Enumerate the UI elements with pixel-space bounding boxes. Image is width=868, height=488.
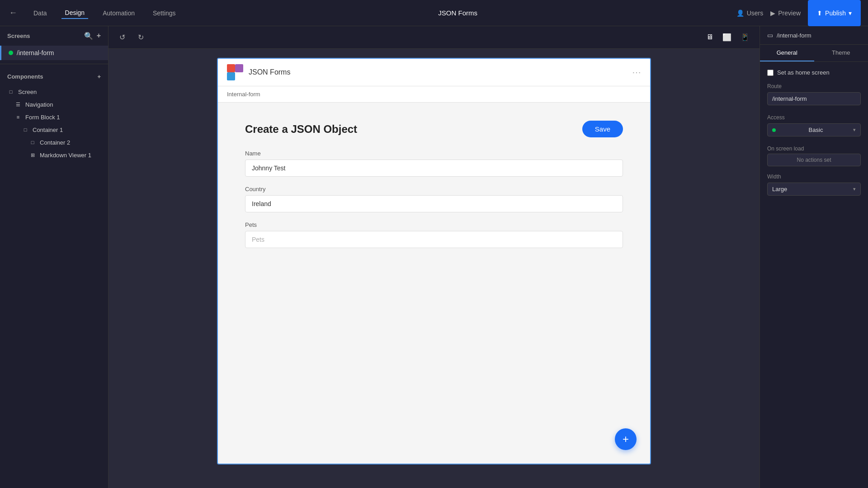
form-field-country: Country	[245, 186, 623, 212]
screens-section-header: Screens 🔍 +	[0, 26, 108, 46]
right-panel-header: ▭ /internal-form	[760, 26, 868, 45]
screen-item-internal-form[interactable]: /internal-form	[0, 46, 108, 60]
tab-theme[interactable]: Theme	[814, 45, 868, 61]
country-label: Country	[245, 186, 623, 192]
component-item-form-block-1[interactable]: ≡ Form Block 1	[0, 111, 108, 123]
app-logo	[227, 64, 243, 80]
component-item-container-1[interactable]: □ Container 1	[0, 123, 108, 136]
desktop-view-button[interactable]: 🖥	[703, 31, 716, 43]
form-area: Create a JSON Object Save Name Country P…	[218, 103, 650, 275]
form-field-name: Name	[245, 150, 623, 177]
users-button[interactable]: 👤 Users	[736, 9, 764, 17]
logo-square-red	[227, 64, 235, 72]
right-panel-screen-path: /internal-form	[777, 32, 811, 39]
components-label: Components	[7, 73, 43, 80]
logo-square-blue	[227, 72, 235, 80]
preview-button[interactable]: ▶ Preview	[770, 9, 801, 17]
route-value[interactable]: /internal-form	[767, 92, 861, 105]
form-title-row: Create a JSON Object Save	[245, 121, 623, 137]
name-label: Name	[245, 150, 623, 157]
component-item-container-2[interactable]: □ Container 2	[0, 136, 108, 149]
publish-chevron-icon: ▾	[849, 9, 852, 17]
breadcrumb: Internal-form	[218, 86, 650, 103]
mobile-view-button[interactable]: 📱	[738, 31, 752, 43]
back-button[interactable]: ←	[7, 6, 19, 19]
right-panel: ▭ /internal-form General Theme Set as ho…	[760, 26, 868, 488]
add-screen-icon[interactable]: +	[97, 32, 101, 40]
users-icon: 👤	[736, 9, 744, 17]
publish-button[interactable]: ⬆ Publish ▾	[808, 0, 861, 26]
canvas-toolbar: ↺ ↻ 🖥 ⬜ 📱	[108, 26, 760, 49]
navigation-component-icon: ☰	[14, 101, 22, 108]
top-right-actions: 👤 Users ▶ Preview ⬆ Publish ▾	[736, 0, 861, 26]
on-screen-load-section: On screen load No actions set	[767, 145, 861, 166]
pets-input[interactable]	[245, 231, 623, 248]
form-block-component-icon: ≡	[14, 113, 22, 121]
country-input[interactable]	[245, 195, 623, 212]
screen-active-dot	[9, 51, 13, 55]
nav-data[interactable]: Data	[30, 8, 51, 19]
canvas-left-tools: ↺ ↻	[116, 31, 147, 43]
screens-actions: 🔍 +	[84, 32, 101, 40]
tablet-view-button[interactable]: ⬜	[720, 31, 734, 43]
access-chevron-icon: ▾	[853, 127, 856, 133]
save-button[interactable]: Save	[582, 121, 623, 137]
access-value[interactable]: Basic ▾	[767, 123, 861, 136]
nav-settings[interactable]: Settings	[149, 8, 179, 19]
form-field-pets: Pets	[245, 221, 623, 248]
nav-automation[interactable]: Automation	[99, 8, 138, 19]
screen-panel-icon: ▭	[767, 32, 773, 39]
app-header: JSON Forms ⋯	[218, 59, 650, 86]
on-screen-load-label: On screen load	[767, 145, 861, 152]
redo-button[interactable]: ↻	[134, 31, 147, 43]
container1-component-icon: □	[22, 126, 29, 133]
add-component-icon[interactable]: +	[97, 73, 101, 80]
screen-frame: Screen JSON Forms ⋯ Internal-form	[217, 58, 651, 465]
set-as-home-screen-checkbox[interactable]	[767, 70, 774, 76]
component-item-markdown-viewer-1[interactable]: ⊞ Markdown Viewer 1	[0, 149, 108, 161]
set-as-home-screen-row: Set as home screen	[767, 69, 861, 76]
page-title: JSON Forms	[190, 9, 726, 17]
width-chevron-icon: ▾	[853, 186, 856, 192]
width-value[interactable]: Large ▾	[767, 183, 861, 196]
left-sidebar: Screens 🔍 + /internal-form Components + …	[0, 26, 108, 488]
component-item-screen[interactable]: □ Screen	[0, 85, 108, 98]
search-icon[interactable]: 🔍	[84, 32, 93, 40]
fab-button[interactable]: +	[615, 428, 637, 450]
component-item-navigation[interactable]: ☰ Navigation	[0, 98, 108, 111]
no-actions-button[interactable]: No actions set	[767, 154, 861, 166]
preview-icon: ▶	[770, 9, 775, 17]
access-label: Access	[767, 114, 861, 121]
container2-component-icon: □	[29, 139, 36, 146]
access-field: Access Basic ▾	[767, 114, 861, 136]
pets-label: Pets	[245, 221, 623, 228]
width-label: Width	[767, 174, 861, 180]
nav-design[interactable]: Design	[61, 7, 89, 19]
access-dot-icon	[772, 127, 778, 133]
components-section-header: Components +	[0, 68, 108, 85]
canvas-content: Screen JSON Forms ⋯ Internal-form	[108, 49, 760, 488]
route-field: Route /internal-form	[767, 83, 861, 105]
width-field: Width Large ▾	[767, 174, 861, 196]
screens-label: Screens	[7, 33, 30, 39]
markdown-component-icon: ⊞	[29, 151, 36, 159]
right-panel-body: Set as home screen Route /internal-form …	[760, 62, 868, 205]
undo-button[interactable]: ↺	[116, 31, 129, 43]
form-title: Create a JSON Object	[245, 123, 357, 136]
canvas-right-tools: 🖥 ⬜ 📱	[703, 31, 752, 43]
tab-general[interactable]: General	[760, 45, 814, 61]
canvas-area: ↺ ↻ 🖥 ⬜ 📱 Screen JSON Forms	[108, 26, 760, 488]
logo-square-purple	[235, 64, 243, 72]
app-title: JSON Forms	[249, 68, 290, 76]
screen-component-icon: □	[7, 88, 14, 95]
app-header-menu-icon[interactable]: ⋯	[632, 67, 641, 78]
sidebar-divider	[0, 64, 108, 64]
set-as-home-screen-label: Set as home screen	[777, 69, 830, 76]
main-layout: Screens 🔍 + /internal-form Components + …	[0, 26, 868, 488]
publish-icon: ⬆	[817, 9, 822, 17]
screen-item-label: /internal-form	[17, 49, 54, 56]
name-input[interactable]	[245, 160, 623, 177]
right-panel-tabs: General Theme	[760, 45, 868, 62]
route-label: Route	[767, 83, 861, 89]
top-nav: ← Data Design Automation Settings JSON F…	[0, 0, 868, 26]
